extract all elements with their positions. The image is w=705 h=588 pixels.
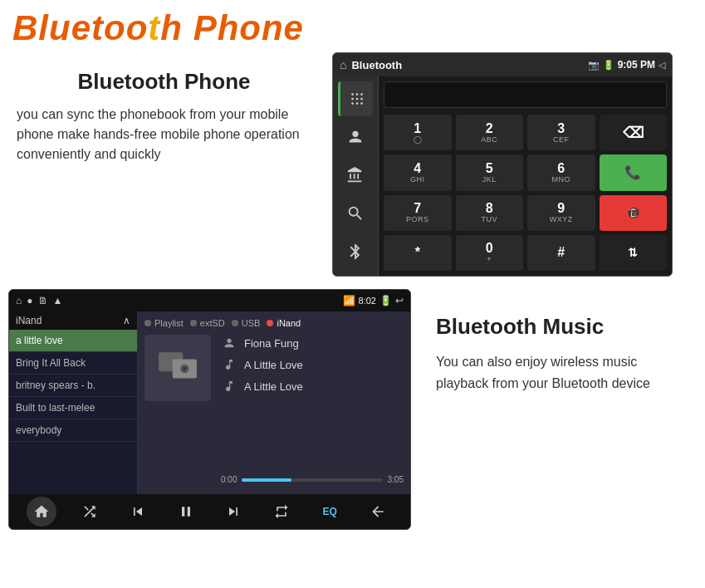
control-repeat-btn[interactable]: [267, 497, 296, 527]
dialpad-icon: [348, 90, 366, 108]
control-back-btn[interactable]: [363, 497, 393, 527]
music-time: 8:02: [359, 296, 376, 306]
top-row: Bluetooth Phone you can sync the phonebo…: [8, 52, 697, 277]
progress-area: 0:00 3:05: [221, 468, 404, 488]
next-icon: [225, 503, 242, 520]
eq-label: EQ: [323, 506, 337, 517]
dial-2[interactable]: 2ABC: [456, 115, 524, 150]
dial-backspace[interactable]: ⌫: [600, 115, 668, 150]
control-eq-btn[interactable]: EQ: [315, 497, 345, 527]
recents-icon-btn[interactable]: [338, 158, 373, 193]
dial-endcall[interactable]: 📵: [600, 195, 668, 231]
svg-point-7: [355, 102, 358, 105]
control-home-btn[interactable]: [27, 497, 56, 527]
svg-point-5: [360, 98, 363, 100]
track-title: A Little Love: [244, 359, 303, 371]
dial-0[interactable]: 0+: [456, 235, 524, 271]
playlist-chevron: ∧: [123, 315, 130, 326]
bluetooth-music-description: Bluetooth Music You can also enjoy wirel…: [419, 289, 697, 402]
dial-4[interactable]: 4GHI: [384, 154, 452, 190]
track-info: Fiona Fung A Little Love: [221, 335, 404, 488]
contacts-icon-btn[interactable]: [338, 120, 373, 154]
prev-icon: [130, 503, 146, 520]
signal-icon: 📷: [588, 60, 600, 71]
music-content: Playlist extSD USB iNand: [138, 311, 410, 494]
tab-playlist[interactable]: Playlist: [144, 318, 184, 328]
dial-hash[interactable]: #: [527, 235, 595, 271]
dial-call[interactable]: 📞: [600, 154, 668, 190]
dial-9[interactable]: 9WXYZ: [527, 195, 595, 231]
playlist-item[interactable]: britney spears - b.: [9, 375, 137, 397]
title-row: A Little Love: [221, 356, 404, 373]
bluetooth-music-text: You can also enjoy wireless music playba…: [436, 351, 688, 394]
phone-body: 1◯ 2ABC 3CEF ⌫ 4GHI 5JKL 6MNO 📞 7PORS 8T…: [333, 76, 672, 276]
phone-sidebar: [333, 76, 379, 276]
album-art-icon: [157, 347, 198, 389]
battery-icon: 🔋: [603, 60, 614, 71]
bluetooth-label: Bluetooth: [351, 59, 402, 71]
music-home-icon: ⌂: [16, 295, 22, 306]
recents-icon: [346, 166, 365, 184]
music-status-bar: ⌂ ● 🗎 ▲ 📶 8:02 🔋 ↩: [9, 290, 410, 311]
dialpad-area: 1◯ 2ABC 3CEF ⌫ 4GHI 5JKL 6MNO 📞 7PORS 8T…: [379, 76, 672, 276]
repeat-icon: [273, 503, 290, 520]
control-prev-btn[interactable]: [123, 497, 153, 527]
svg-point-1: [355, 93, 358, 96]
playlist-item[interactable]: everybody: [9, 419, 137, 442]
music-back-icon: ↩: [395, 295, 404, 306]
dial-7[interactable]: 7PORS: [384, 195, 452, 231]
page-title: Bluetooth Phone: [12, 8, 693, 48]
home-icon: ⌂: [340, 58, 346, 71]
bluetooth-phone-heading: Bluetooth Phone: [17, 69, 311, 95]
control-next-btn[interactable]: [218, 497, 248, 527]
album-title: A Little Love: [244, 380, 303, 393]
control-play-btn[interactable]: [171, 497, 201, 527]
music-controls: EQ: [9, 494, 410, 529]
home-icon: [33, 503, 50, 520]
dialpad-icon-btn[interactable]: [338, 81, 373, 116]
dial-1[interactable]: 1◯: [384, 115, 452, 150]
title-icon: [221, 356, 237, 373]
content-area: Bluetooth Phone you can sync the phonebo…: [0, 52, 705, 530]
pause-icon: [178, 503, 194, 520]
playlist-item[interactable]: a little love: [9, 330, 137, 352]
playlist-item[interactable]: Built to last-melee: [9, 397, 137, 419]
tab-inand[interactable]: iNand: [267, 318, 301, 328]
page-header: Bluetooth Phone: [0, 0, 705, 52]
contacts-icon: [346, 128, 365, 146]
person-icon: [223, 336, 236, 350]
search-icon-btn[interactable]: [338, 196, 373, 231]
music-note-icon: [223, 358, 236, 371]
bluetooth-phone-description: Bluetooth Phone you can sync the phonebo…: [8, 52, 324, 173]
svg-point-4: [355, 98, 358, 100]
music-status-right: 📶 8:02 🔋 ↩: [343, 295, 404, 306]
dial-3[interactable]: 3CEF: [527, 115, 595, 150]
svg-point-2: [360, 93, 363, 96]
music-file-icon: 🗎: [38, 295, 48, 306]
back-arrow-icon: [370, 503, 386, 520]
music-wifi-icon: ▲: [53, 295, 63, 306]
status-left: ⌂ Bluetooth: [340, 58, 402, 71]
tab-extsd[interactable]: extSD: [190, 318, 225, 328]
progress-bar[interactable]: [242, 478, 382, 482]
playlist-item[interactable]: Bring It All Back: [9, 352, 137, 375]
dial-extra[interactable]: ⇅: [600, 235, 668, 271]
dial-6[interactable]: 6MNO: [527, 154, 595, 190]
dial-input[interactable]: [384, 81, 667, 108]
dial-8[interactable]: 8TUV: [456, 195, 524, 231]
progress-bar-container: 0:00 3:05: [221, 475, 404, 484]
dial-grid: 1◯ 2ABC 3CEF ⌫ 4GHI 5JKL 6MNO 📞 7PORS 8T…: [384, 115, 667, 271]
tab-usb[interactable]: USB: [232, 318, 261, 328]
svg-point-12: [183, 367, 186, 370]
artist-icon: [221, 335, 237, 351]
search-icon: [346, 204, 365, 223]
bluetooth-settings-icon-btn[interactable]: [338, 234, 373, 269]
shuffle-icon: [81, 503, 98, 520]
music-signal-icon: 📶: [343, 295, 355, 306]
progress-fill: [242, 478, 291, 482]
control-shuffle-btn[interactable]: [75, 497, 105, 527]
bluetooth-music-heading: Bluetooth Music: [436, 314, 688, 340]
dial-5[interactable]: 5JKL: [456, 154, 524, 190]
dial-star[interactable]: *: [384, 235, 452, 271]
artist-row: Fiona Fung: [221, 335, 404, 351]
